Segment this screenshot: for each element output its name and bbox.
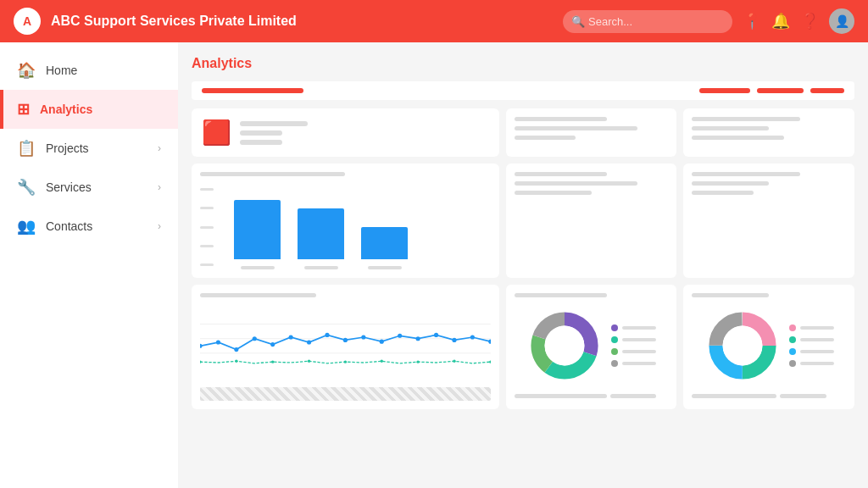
filter-tag-2[interactable] [757,88,804,93]
sidebar: 🏠 Home ⊞ Analytics 📋 Projects › 🔧 Servic… [0,42,178,488]
info-line [515,181,637,186]
sidebar-item-home[interactable]: 🏠 Home [0,51,178,90]
donut-1-header [515,293,607,297]
card-bar-chart [192,164,499,278]
sidebar-label-analytics: Analytics [40,103,92,116]
summary-line-3 [240,140,282,145]
card-line-chart [192,285,499,409]
chevron-icon-2: › [158,181,161,193]
legend-line-7 [800,350,834,353]
svg-point-24 [344,360,347,363]
legend-dot-1 [611,324,618,331]
bar-label-3 [368,266,402,269]
search-input[interactable] [563,10,732,33]
bar-axis [200,185,214,269]
legend-dot-2 [611,336,618,343]
svg-point-14 [398,334,402,338]
card-info-2 [683,108,854,157]
main-layout: 🏠 Home ⊞ Analytics 📋 Projects › 🔧 Servic… [0,42,868,488]
filter-bar [192,81,854,100]
bar-group-1 [234,200,281,269]
bar-label-1 [241,266,275,269]
card-summary: 🟥 [192,108,499,157]
svg-point-5 [234,347,238,352]
legend-line-8 [800,362,834,365]
page-title: Analytics [192,56,854,71]
info-line [692,172,799,176]
bar-2 [298,208,344,259]
legend-line-6 [800,338,834,341]
info-line [515,191,592,195]
svg-point-4 [216,340,220,344]
filter-tag-1[interactable] [699,88,750,93]
sidebar-item-contacts[interactable]: 👥 Contacts › [0,207,178,246]
legend-dot-7 [789,348,796,355]
svg-point-8 [289,335,293,339]
legend-line-5 [800,326,834,330]
analytics-icon: ⊞ [17,100,30,119]
home-icon: 🏠 [17,61,36,80]
svg-point-13 [380,340,384,344]
services-icon: 🔧 [17,178,36,197]
summary-line-2 [240,130,282,136]
svg-point-7 [270,342,275,347]
sidebar-item-projects[interactable]: 📋 Projects › [0,129,178,168]
card-donut-1 [506,285,677,409]
sidebar-label-services: Services [46,180,92,194]
sidebar-label-home: Home [46,64,77,77]
svg-point-27 [453,360,455,363]
header-icons: 📍 🔔 ❓ 👤 [743,8,854,34]
sidebar-item-services[interactable]: 🔧 Services › [0,168,178,207]
search-icon: 🔍 [571,15,585,28]
help-icon[interactable]: ❓ [800,12,819,30]
filter-active[interactable] [202,88,303,93]
dashboard-grid: 🟥 [192,108,854,409]
donut-2-svg [704,308,781,384]
legend-line-3 [622,350,656,353]
card-donut-2 [683,285,854,409]
legend-item-2 [611,336,656,343]
main-content: Analytics 🟥 [178,42,868,488]
filter-tag-3[interactable] [810,88,844,93]
info-line [515,136,576,140]
projects-icon: 📋 [17,139,36,158]
svg-point-20 [200,360,202,363]
svg-point-18 [470,335,475,339]
contacts-icon: 👥 [17,217,36,236]
svg-point-38 [722,326,762,366]
svg-point-9 [307,340,311,344]
donut2-bottom-lines [692,394,846,398]
svg-point-15 [416,336,420,341]
info-line [610,394,656,398]
line-chart-svg [200,304,491,380]
header-title: ABC Support Services Private Limited [51,14,553,29]
svg-point-19 [488,340,491,344]
summary-lines [240,121,308,145]
donut-2-header [692,293,769,297]
info-line [515,126,637,130]
sidebar-label-contacts: Contacts [46,219,92,233]
svg-point-16 [434,333,438,337]
svg-point-23 [308,360,310,363]
bar-chart [217,185,425,269]
chevron-icon: › [158,142,161,154]
info-line [692,394,776,398]
card-sm-1 [506,164,677,278]
sidebar-item-analytics[interactable]: ⊞ Analytics [0,90,178,129]
donut-1-legend [611,324,656,367]
location-icon[interactable]: 📍 [743,12,761,30]
avatar[interactable]: 👤 [829,8,854,34]
legend-item-4 [611,360,656,367]
svg-point-21 [235,360,237,363]
donut-bottom-lines [515,394,669,398]
info-line [780,394,826,398]
svg-point-6 [253,336,257,341]
info-line [515,394,607,398]
notification-icon[interactable]: 🔔 [771,12,790,30]
svg-point-12 [361,335,365,339]
chevron-icon-3: › [158,220,161,232]
hatch-bar [200,387,491,401]
legend-line-4 [622,362,656,365]
legend-item-7 [789,348,834,355]
bar-1 [234,200,281,259]
